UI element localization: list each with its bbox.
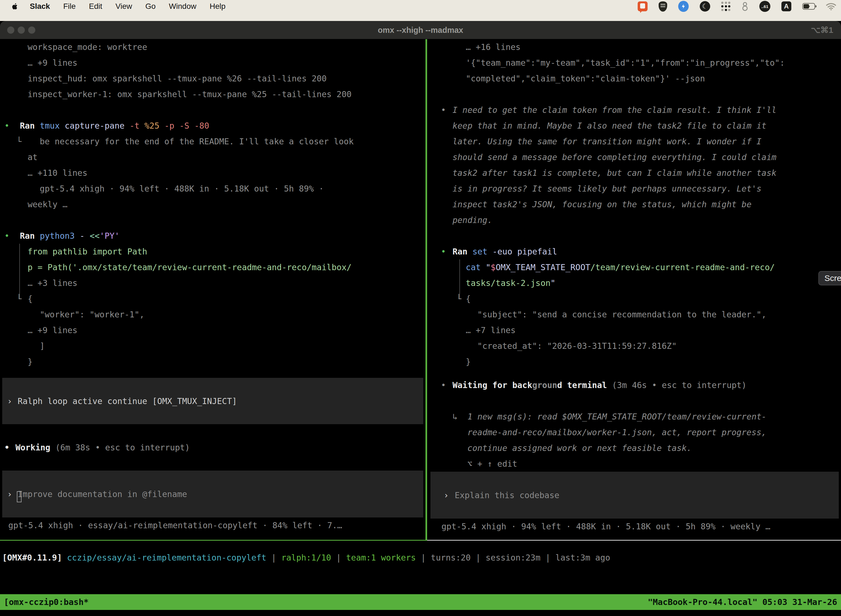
blank-half-line <box>428 370 841 377</box>
omx-status-line: [OMX#0.11.9] cczip/essay/ai-reimplementa… <box>2 550 610 566</box>
input-source-icon[interactable]: A <box>781 1 791 11</box>
terminal-line: "worker": "worker-1", <box>0 307 425 322</box>
terminal-line: ⌥ + ↑ edit <box>428 456 841 472</box>
terminal-line: … +9 lines <box>0 322 425 338</box>
terminal-line: later. Using the same for transition mig… <box>428 133 841 149</box>
terminal-line: "completed","claim_token":"claim-token"}… <box>428 70 841 87</box>
blank-line <box>428 393 841 409</box>
terminal-line: task2 after task1 is complete, but can I… <box>428 165 841 181</box>
shield-icon[interactable] <box>659 1 667 12</box>
window-title: omx --xhigh --madmax <box>0 21 841 39</box>
terminal-line: gpt-5.4 xhigh · 94% left · 488K in · 5.1… <box>0 181 425 197</box>
terminal-line: } <box>428 354 841 370</box>
terminal-line: •Ran set -euo pipefail <box>428 244 841 260</box>
terminal-line: weekly … <box>0 197 425 212</box>
loop-icon[interactable] <box>742 1 748 11</box>
terminal-line: … +7 lines <box>428 322 841 338</box>
terminal-line: gpt-5.4 xhigh · essay/ai-reimplementatio… <box>0 518 425 533</box>
window-title-bar[interactable]: omx --xhigh --madmax ⌥⌘1 <box>0 21 841 39</box>
terminal-line: … +110 lines <box>0 165 425 181</box>
terminal-line: •Working (6m 38s • esc to interrupt) <box>0 440 425 455</box>
macos-menu-bar: Slack FileEditViewGoWindowHelp ☾ ..61 A <box>0 0 841 21</box>
chat-app-icon[interactable] <box>638 1 648 11</box>
terminal-line: ] <box>0 338 425 354</box>
menu-item-edit[interactable]: Edit <box>89 2 102 11</box>
blank-line <box>0 212 425 228</box>
blank-line <box>428 228 841 244</box>
output-connector-line-left <box>19 244 20 298</box>
terminal-line: … +16 lines <box>428 39 841 55</box>
pane-divider[interactable] <box>425 39 427 541</box>
terminal-line: •Ran tmux capture-pane -t %25 -p -S -80 <box>0 118 425 133</box>
menu-item-file[interactable]: File <box>63 2 76 11</box>
terminal-line: inspect task2's JSON, focusing on the st… <box>428 197 841 212</box>
terminal-line: keep that in mind. Maybe I also need the… <box>428 118 841 133</box>
screenshot-overlay-button[interactable]: Scre <box>818 271 841 285</box>
pane-bottom-border-left <box>0 540 425 541</box>
input-placeholder: Explain this codebase <box>455 490 559 500</box>
menu-app-name[interactable]: Slack <box>30 2 50 11</box>
dots-grid-icon[interactable] <box>721 1 731 11</box>
bolt-app-icon[interactable] <box>678 1 689 12</box>
output-connector-line-right <box>459 260 460 299</box>
terminal-line: at <box>0 149 425 165</box>
bullet-marker: • <box>441 102 446 118</box>
terminal-line: inspect_worker-1: omx sparkshell --tmux-… <box>0 87 425 102</box>
terminal-line: "subject": "send a concise recommendatio… <box>428 307 841 322</box>
bullet-marker: • <box>441 377 446 393</box>
bullet-marker: • <box>4 440 9 455</box>
menu-item-view[interactable]: View <box>116 2 132 11</box>
tmux-session-label: [omx-cczip0:bash* <box>4 597 89 607</box>
blank-line <box>0 102 425 118</box>
left-terminal-pane: workspace_mode: worktree… +9 linesinspec… <box>0 39 425 533</box>
menu-item-help[interactable]: Help <box>210 2 226 11</box>
bullet-marker: • <box>4 228 9 244</box>
terminal-line: └{ <box>428 291 841 307</box>
text-cursor <box>17 491 22 502</box>
terminal-line: '{"team_name":"my-team","task_id":"1","f… <box>428 55 841 70</box>
prompt-input-left[interactable]: ›Improve documentation in @filename <box>2 471 423 518</box>
terminal-line: "created_at": "2026-03-31T11:59:27.816Z" <box>428 338 841 354</box>
terminal-line: from pathlib import Path <box>0 244 425 260</box>
terminal-line: gpt-5.4 xhigh · 94% left · 488K in · 5.1… <box>428 519 841 534</box>
menu-status-icons: ☾ ..61 A <box>638 1 836 12</box>
terminal-line: … +9 lines <box>0 55 425 70</box>
screenshot-overlay-label: Scre <box>825 273 841 283</box>
terminal-line: •Ran python3 - <<'PY' <box>0 228 425 244</box>
input-placeholder: Improve documentation in @filename <box>18 489 187 499</box>
terminal-line: readme-and-reco/mailbox/worker-1.json, a… <box>428 424 841 440</box>
menu-items: FileEditViewGoWindowHelp <box>50 2 226 11</box>
terminal-line: p = Path('.omx/state/team/review-current… <box>0 260 425 275</box>
terminal-line: pending. <box>428 212 841 228</box>
tmux-host-clock: "MacBook-Pro-44.local" 05:03 31-Mar-26 <box>648 597 837 607</box>
wifi-icon[interactable] <box>826 3 836 10</box>
terminal-window: omx --xhigh --madmax ⌥⌘1 workspace_mode:… <box>0 21 841 616</box>
terminal-line: } <box>0 354 425 370</box>
prompt-input-right[interactable]: ›Explain this codebase <box>431 472 839 519</box>
corner-marker: └ <box>16 133 22 149</box>
moon-app-icon[interactable]: ☾ <box>700 1 710 12</box>
terminal-line: continue assigned work or next feasible … <box>428 440 841 456</box>
terminal-line: ↳ 1 new msg(s): read $OMX_TEAM_STATE_ROO… <box>428 409 841 424</box>
corner-marker: └ <box>456 291 462 307</box>
pane-bottom-border-right <box>427 540 841 541</box>
ralph-loop-banner: ›Ralph loop active continue [OMX_TMUX_IN… <box>2 378 423 424</box>
terminal-line: cat "$OMX_TEAM_STATE_ROOT/team/review-cu… <box>428 260 841 275</box>
terminal-line: workspace_mode: worktree <box>0 39 425 55</box>
apple-menu-icon[interactable] <box>12 3 18 10</box>
terminal-line: tasks/task-2.json" <box>428 275 841 291</box>
menu-item-go[interactable]: Go <box>145 2 155 11</box>
terminal-line: inspect_hud: omx sparkshell --tmux-pane … <box>0 70 425 87</box>
menu-item-window[interactable]: Window <box>169 2 196 11</box>
right-terminal-pane: … +16 lines'{"team_name":"my-team","task… <box>428 39 841 534</box>
timer-badge-icon[interactable]: ..61 <box>759 1 771 12</box>
window-shortcut-hint: ⌥⌘1 <box>811 21 833 39</box>
spacer <box>0 424 425 440</box>
bullet-marker: • <box>441 244 446 260</box>
bullet-marker: • <box>4 118 9 133</box>
battery-icon[interactable] <box>802 3 815 10</box>
terminal-line: is in progress? It seems likely but perh… <box>428 181 841 197</box>
terminal-line: └{ <box>0 291 425 307</box>
terminal-line: •I need to get the claim token from the … <box>428 102 841 118</box>
blank-line <box>428 87 841 102</box>
